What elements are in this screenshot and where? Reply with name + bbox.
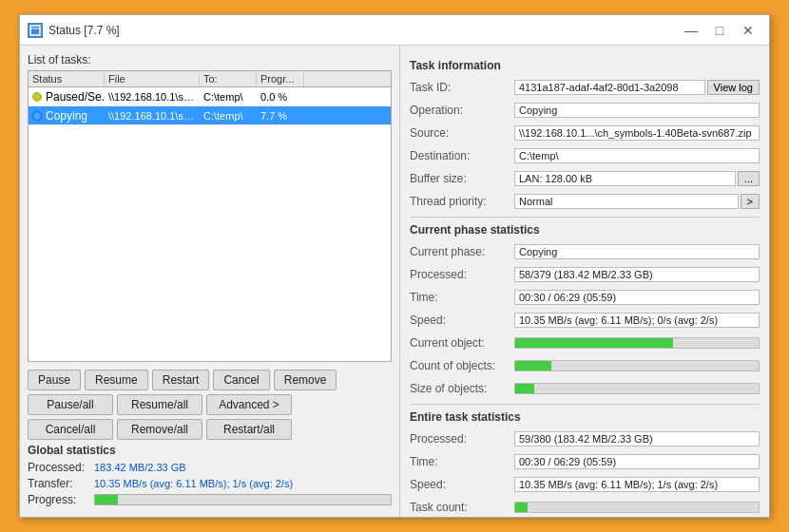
current-object-bar-container	[514, 337, 760, 349]
task-progress-cell: 0.0 %	[257, 89, 304, 104]
operation-row: Operation: Copying	[410, 101, 760, 120]
buttons-row-2: Pause/all Resume/all Advanced >	[28, 394, 392, 415]
buffer-size-wrap: LAN: 128.00 kB ...	[514, 171, 760, 186]
task-file-cell: \\192.168.10.1\share...	[105, 89, 200, 104]
size-objects-row: Size of objects:	[410, 379, 760, 398]
global-processed-value: 183.42 MB/2.33 GB	[94, 462, 186, 473]
task-id-row: Task ID: 4131a187-adaf-4af2-80d1-3a2098 …	[410, 78, 760, 97]
remove-all-button[interactable]: Remove/all	[117, 419, 202, 440]
close-button[interactable]: ✕	[735, 20, 761, 41]
titlebar-controls: — □ ✕	[678, 20, 761, 41]
advanced-button[interactable]: Advanced >	[206, 394, 292, 415]
buttons-row-1: Pause Resume Restart Cancel Remove	[28, 370, 392, 390]
header-file: File	[105, 71, 200, 86]
destination-label: Destination:	[410, 149, 514, 162]
entire-speed-value: 10.35 MB/s (avg: 6.11 MB/s); 1/s (avg: 2…	[514, 477, 760, 492]
current-object-row: Current object:	[410, 333, 760, 352]
titlebar: Status [7.7 %] — □ ✕	[20, 15, 769, 46]
phase-speed-value: 10.35 MB/s (avg: 6.11 MB/s); 0/s (avg: 2…	[514, 313, 760, 328]
entire-speed-row: Speed: 10.35 MB/s (avg: 6.11 MB/s); 1/s …	[410, 475, 760, 494]
count-objects-bar	[515, 361, 551, 371]
thread-priority-btn[interactable]: >	[741, 194, 760, 209]
view-log-button[interactable]: View log	[707, 80, 760, 95]
size-objects-bar	[515, 384, 534, 394]
global-progress-bar	[94, 494, 392, 505]
right-panel: Task information Task ID: 4131a187-adaf-…	[400, 46, 769, 517]
maximize-button[interactable]: □	[706, 20, 733, 41]
task-row[interactable]: Paused/Se... \\192.168.10.1\share... C:\…	[29, 87, 391, 106]
task-status-text: Copying	[46, 109, 87, 123]
thread-priority-label: Thread priority:	[410, 195, 514, 208]
task-id-label: Task ID:	[410, 81, 514, 94]
current-object-bar	[515, 338, 673, 349]
task-status-cell: Copying	[29, 107, 105, 124]
remove-button[interactable]: Remove	[274, 370, 337, 390]
task-row[interactable]: Copying \\192.168.10.1\share... C:\temp\…	[29, 106, 391, 125]
entire-speed-label: Speed:	[410, 478, 514, 491]
phase-processed-row: Processed: 58/379 (183.42 MB/2.33 GB)	[410, 265, 760, 284]
task-to-cell: C:\temp\	[200, 108, 257, 124]
task-file-cell: \\192.168.10.1\share...	[105, 108, 200, 124]
pause-all-button[interactable]: Pause/all	[28, 394, 113, 415]
cancel-button[interactable]: Cancel	[213, 370, 269, 390]
task-count-bar	[515, 503, 528, 513]
task-table: Status File To: Progr... Paused/Se... \\…	[28, 70, 392, 362]
size-objects-bar-container	[514, 383, 760, 394]
resume-all-button[interactable]: Resume/all	[117, 394, 202, 415]
pause-button[interactable]: Pause	[28, 370, 81, 390]
paused-dot	[32, 92, 42, 102]
count-objects-row: Count of objects:	[410, 356, 760, 375]
restart-all-button[interactable]: Restart/all	[206, 419, 292, 440]
operation-value: Copying	[514, 103, 760, 118]
entire-stats-title: Entire task statistics	[410, 410, 760, 424]
buffer-size-value: LAN: 128.00 kB	[514, 171, 736, 186]
restart-button[interactable]: Restart	[152, 370, 210, 390]
window-icon	[28, 23, 43, 38]
entire-time-label: Time:	[410, 455, 514, 468]
global-processed-row: Processed: 183.42 MB/2.33 GB	[28, 461, 392, 474]
buffer-size-row: Buffer size: LAN: 128.00 kB ...	[410, 169, 760, 188]
window-title: Status [7.7 %]	[48, 24, 678, 37]
destination-value: C:\temp\	[514, 148, 760, 163]
global-progress-row: Progress:	[28, 493, 392, 506]
cancel-all-button[interactable]: Cancel/all	[28, 419, 113, 440]
phase-time-row: Time: 00:30 / 06:29 (05:59)	[410, 288, 760, 307]
destination-row: Destination: C:\temp\	[410, 146, 760, 165]
current-object-label: Current object:	[410, 336, 514, 350]
task-count-bar-container	[514, 502, 760, 513]
global-transfer-row: Transfer: 10.35 MB/s (avg: 6.11 MB/s); 1…	[28, 477, 392, 490]
entire-time-row: Time: 00:30 / 06:29 (05:59)	[410, 452, 760, 471]
source-value: \\192.168.10.1...\ch_symbols-1.40Beta-sv…	[514, 125, 760, 141]
phase-stats-title: Current phase statistics	[410, 223, 760, 237]
entire-processed-label: Processed:	[410, 432, 514, 446]
count-objects-bar-container	[514, 360, 760, 371]
entire-processed-row: Processed: 59/380 (183.42 MB/2.33 GB)	[410, 429, 760, 448]
global-transfer-label: Transfer:	[28, 477, 94, 490]
global-processed-label: Processed:	[28, 461, 94, 474]
source-label: Source:	[410, 126, 514, 140]
global-progress-fill	[95, 495, 118, 504]
current-phase-label: Current phase:	[410, 245, 514, 258]
entire-time-value: 00:30 / 06:29 (05:59)	[514, 454, 760, 469]
svg-rect-0	[30, 26, 40, 35]
phase-processed-value: 58/379 (183.42 MB/2.33 GB)	[514, 267, 760, 282]
divider-2	[410, 404, 760, 405]
current-phase-row: Current phase: Copying	[410, 242, 760, 261]
buffer-size-label: Buffer size:	[410, 172, 514, 185]
task-id-wrap: 4131a187-adaf-4af2-80d1-3a2098 View log	[514, 80, 760, 95]
task-status-cell: Paused/Se...	[29, 88, 105, 105]
buttons-row-3: Cancel/all Remove/all Restart/all	[28, 419, 392, 440]
resume-button[interactable]: Resume	[85, 370, 148, 390]
thread-priority-value: Normal	[514, 194, 739, 209]
task-status-text: Paused/Se...	[46, 90, 105, 104]
thread-priority-row: Thread priority: Normal >	[410, 192, 760, 211]
phase-time-label: Time:	[410, 291, 514, 304]
copying-dot	[32, 111, 42, 121]
count-objects-label: Count of objects:	[410, 359, 514, 372]
entire-processed-value: 59/380 (183.42 MB/2.33 GB)	[514, 431, 760, 446]
thread-priority-wrap: Normal >	[514, 194, 760, 209]
global-progress-label: Progress:	[28, 493, 94, 506]
minimize-button[interactable]: —	[678, 20, 704, 41]
phase-speed-label: Speed:	[410, 314, 514, 327]
buffer-btn[interactable]: ...	[738, 171, 760, 186]
